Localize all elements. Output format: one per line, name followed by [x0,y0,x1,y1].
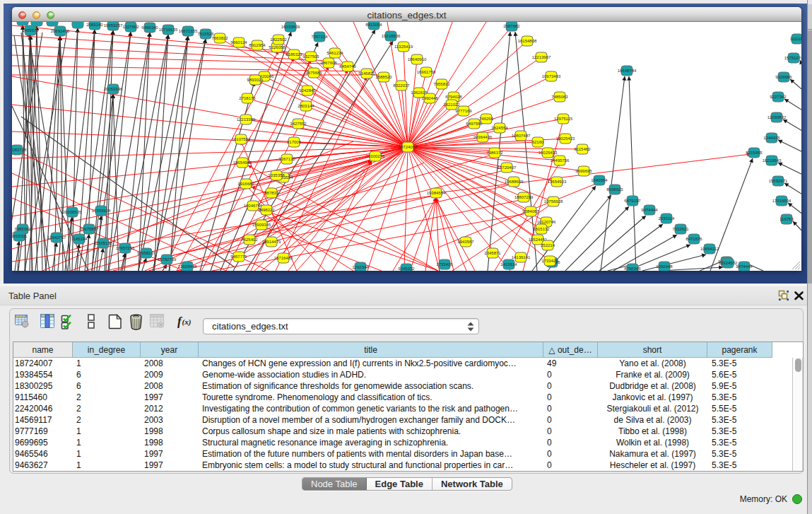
svg-text:9474444: 9474444 [641,208,658,212]
svg-text:20206535: 20206535 [63,210,82,214]
svg-text:8471676: 8471676 [686,237,702,241]
svg-text:8796345: 8796345 [624,267,641,271]
svg-text:8322037: 8322037 [393,83,410,88]
svg-text:2803144: 2803144 [298,104,314,108]
svg-text:1092448: 1092448 [656,264,673,269]
svg-text:16782759: 16782759 [158,257,177,262]
svg-text:2069140: 2069140 [86,23,103,27]
svg-text:9115460: 9115460 [575,147,592,151]
svg-text:12213369: 12213369 [237,117,256,122]
svg-text:10688609: 10688609 [505,180,524,184]
svg-text:9329966: 9329966 [775,75,792,79]
svg-text:1733426: 1733426 [436,262,453,267]
svg-text:7986372: 7986372 [486,151,503,155]
svg-text:16210643: 16210643 [763,158,782,163]
svg-text:1335358: 1335358 [268,173,285,177]
svg-text:887833: 887833 [264,191,279,195]
svg-text:1111111: 1111111 [790,37,801,41]
svg-text:6879197: 6879197 [624,199,641,203]
svg-text:1733426: 1733426 [541,259,558,263]
svg-text:1413614: 1413614 [500,262,517,267]
svg-text:18724007: 18724007 [399,145,418,149]
svg-text:19384554: 19384554 [427,191,446,195]
svg-text:17957255: 17957255 [116,246,135,250]
svg-text:7625402: 7625402 [241,238,258,242]
svg-text:26083718: 26083718 [12,148,27,152]
svg-text:1916682: 1916682 [237,182,254,186]
svg-text:1621022: 1621022 [443,103,460,107]
svg-text:8186323: 8186323 [286,52,302,57]
svg-text:116753: 116753 [779,217,794,221]
svg-text:15692971: 15692971 [769,179,788,183]
svg-text:11325419: 11325419 [394,45,413,49]
svg-text:10025433: 10025433 [556,136,575,141]
svg-text:12923448: 12923448 [178,264,197,269]
svg-text:1943567: 1943567 [457,240,474,244]
svg-text:10756928: 10756928 [544,199,563,204]
svg-text:6794028: 6794028 [445,95,462,99]
svg-text:1822502: 1822502 [270,37,287,42]
svg-text:8912954: 8912954 [249,43,266,47]
svg-text:1405572: 1405572 [22,28,39,33]
svg-text:20691406: 20691406 [51,29,70,33]
svg-text:317006: 317006 [287,140,302,144]
svg-text:12093832: 12093832 [767,115,787,119]
svg-text:19218506: 19218506 [382,34,401,38]
svg-text:1145194: 1145194 [71,237,88,241]
svg-text:3267130: 3267130 [278,157,295,161]
svg-text:7357224: 7357224 [311,35,328,39]
svg-text:3624554: 3624554 [491,126,508,130]
svg-text:15716485: 15716485 [274,256,293,260]
svg-text:12942757: 12942757 [47,235,66,240]
svg-text:14914479: 14914479 [262,240,281,244]
svg-text:5461234: 5461234 [326,51,343,55]
svg-text:18640910: 18640910 [408,57,427,62]
svg-text:3675685: 3675685 [305,71,322,75]
svg-text:3915311: 3915311 [12,234,28,238]
svg-text:16154808: 16154808 [518,39,537,43]
svg-text:1327602: 1327602 [122,25,139,29]
svg-text:16671355: 16671355 [179,29,198,33]
svg-text:1615132: 1615132 [533,227,550,231]
svg-text:9327505: 9327505 [302,54,319,59]
svg-text:12213967: 12213967 [532,55,551,59]
svg-text:16961758: 16961758 [417,70,436,74]
svg-text:17359924: 17359924 [92,209,111,213]
svg-text:9084067: 9084067 [522,209,539,214]
svg-text:9457771: 9457771 [230,255,247,259]
svg-text:7485063: 7485063 [551,95,568,99]
svg-text:12975115: 12975115 [554,117,573,121]
svg-text:15300275: 15300275 [366,154,385,158]
svg-text:3427552: 3427552 [290,122,307,126]
svg-text:2687682: 2687682 [503,24,520,28]
svg-text:6497568: 6497568 [466,122,483,126]
svg-text:3498222: 3498222 [258,208,275,212]
svg-text:10719155: 10719155 [159,28,178,32]
svg-text:3985061: 3985061 [14,227,31,231]
svg-text:1588520: 1588520 [375,75,392,79]
svg-text:7663822: 7663822 [211,36,228,40]
svg-text:10807487: 10807487 [512,134,531,138]
svg-text:10653257: 10653257 [104,23,123,28]
svg-text:12924502: 12924502 [719,261,738,265]
svg-text:2718176: 2718176 [239,96,256,100]
svg-text:14136141: 14136141 [512,255,531,259]
svg-text:8215955: 8215955 [746,151,763,155]
svg-text:9474444: 9474444 [736,264,753,269]
svg-text:15909345: 15909345 [252,223,271,227]
svg-text:8813054: 8813054 [365,23,382,27]
svg-text:1244415: 1244415 [763,136,780,140]
svg-text:39975857: 39975857 [80,227,99,231]
svg-text:9146821: 9146821 [358,71,375,76]
svg-text:5226058: 5226058 [269,45,286,49]
svg-text:15751074: 15751074 [784,56,801,60]
svg-text:15720407: 15720407 [498,165,517,170]
svg-text:9777169: 9777169 [455,109,472,113]
svg-text:9660124: 9660124 [230,40,247,45]
svg-text:(x): (x) [182,317,192,327]
svg-text:8938923: 8938923 [606,187,623,192]
svg-text:2933114: 2933114 [659,216,676,221]
svg-text:10025433: 10025433 [539,151,558,155]
svg-text:16648784: 16648784 [618,69,637,73]
svg-text:252214: 252214 [541,243,555,247]
